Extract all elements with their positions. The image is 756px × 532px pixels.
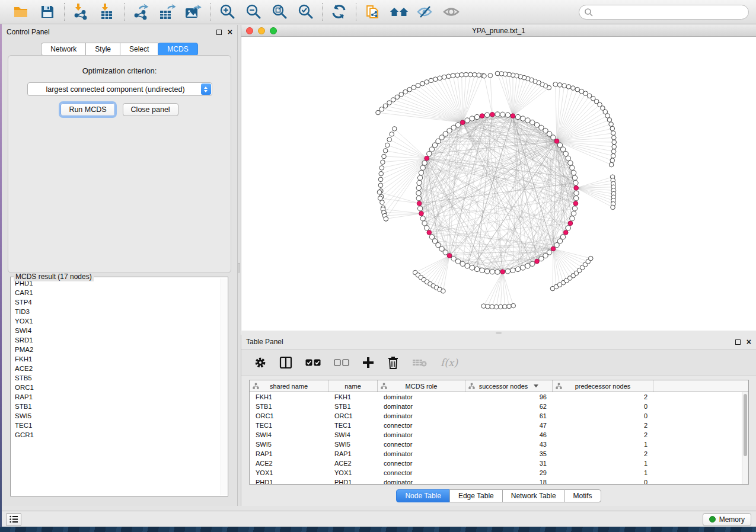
- zoom-in-icon[interactable]: [218, 3, 237, 21]
- table-row[interactable]: STB1STB1dominator620: [250, 402, 742, 411]
- table-row[interactable]: PHD1PHD1dominator180: [250, 477, 742, 484]
- tab-style[interactable]: Style: [85, 43, 120, 56]
- mcds-result-item[interactable]: TEC1: [11, 421, 220, 430]
- table-row[interactable]: YOX1YOX1connector291: [250, 468, 742, 477]
- table-cell: ORC1: [328, 411, 378, 421]
- table-cell: 35: [465, 449, 553, 459]
- mcds-result-item[interactable]: STP4: [11, 297, 220, 307]
- table-toolbar: f(x): [241, 349, 756, 376]
- table-cell: RAP1: [250, 449, 328, 459]
- open-file-icon[interactable]: [12, 3, 31, 21]
- mcds-result-list: PHD1CAR1STP4TID3YOX1SWI4SRD1PMA2FKH1ACE2…: [11, 278, 220, 495]
- mcds-result-item[interactable]: TID3: [11, 307, 220, 316]
- mcds-result-item[interactable]: ORC1: [11, 383, 220, 392]
- search-input[interactable]: [594, 7, 748, 18]
- deselect-all-icon[interactable]: [334, 359, 349, 367]
- control-panel-header: Control Panel ×: [2, 25, 237, 39]
- refresh-view-icon[interactable]: [330, 3, 349, 21]
- column-header-successor-nodes[interactable]: successor nodes: [465, 380, 553, 392]
- column-header-predecessor-nodes[interactable]: predecessor nodes: [553, 380, 653, 392]
- export-image-icon[interactable]: [184, 3, 203, 21]
- criterion-label: Optimization criterion:: [8, 66, 231, 75]
- mcds-result-item[interactable]: STB1: [11, 402, 220, 411]
- memory-label: Memory: [719, 515, 745, 524]
- control-panel: Control Panel × NetworkStyleSelectMCDS O…: [2, 25, 237, 506]
- table-row[interactable]: ACE2ACE2connector311: [250, 459, 742, 468]
- tab-motifs[interactable]: Motifs: [564, 489, 601, 502]
- mcds-result-item[interactable]: CAR1: [11, 288, 220, 297]
- show-all-icon[interactable]: [442, 3, 461, 21]
- tab-network-table[interactable]: Network Table: [502, 489, 565, 502]
- tab-edge-table[interactable]: Edge Table: [449, 489, 503, 502]
- table-row[interactable]: FKH1FKH1dominator962: [250, 392, 742, 402]
- mcds-result-item[interactable]: SRD1: [11, 335, 220, 345]
- table-scrollbar[interactable]: [742, 392, 748, 484]
- select-all-icon[interactable]: [305, 359, 321, 367]
- criterion-select[interactable]: largest connected component (undirected): [27, 82, 212, 96]
- node-table: shared namenameMCDS rolesuccessor nodesp…: [249, 380, 749, 485]
- table-settings-gear-icon[interactable]: [254, 357, 266, 368]
- table-cell: dominator: [378, 392, 465, 402]
- column-visibility-icon[interactable]: [279, 356, 292, 369]
- table-row[interactable]: ORC1ORC1dominator610: [250, 411, 742, 421]
- float-panel-icon[interactable]: [735, 339, 741, 345]
- mcds-result-item[interactable]: ACE2: [11, 364, 220, 373]
- table-row[interactable]: SWI4SWI4dominator462: [250, 430, 742, 440]
- tab-node-table[interactable]: Node Table: [396, 489, 450, 502]
- float-panel-icon[interactable]: [216, 30, 222, 35]
- splitter-handle[interactable]: [238, 263, 240, 273]
- memory-button[interactable]: Memory: [703, 513, 751, 526]
- network-view-window: YPA_prune.txt_1: [241, 25, 756, 331]
- table-row[interactable]: TEC1TEC1connector472: [250, 421, 742, 430]
- tab-mcds[interactable]: MCDS: [158, 43, 197, 56]
- add-column-icon[interactable]: [362, 357, 374, 368]
- splitter-handle[interactable]: [496, 332, 502, 334]
- column-header-MCDS-role[interactable]: MCDS role: [378, 380, 465, 392]
- table-body: FKH1FKH1dominator962STB1STB1dominator620…: [250, 392, 742, 484]
- table-cell: TEC1: [250, 421, 328, 430]
- table-row[interactable]: RAP1RAP1dominator352: [250, 449, 742, 459]
- mcds-result-item[interactable]: RAP1: [11, 392, 220, 402]
- mcds-result-item[interactable]: SWI5: [11, 411, 220, 421]
- table-header-row: shared namenameMCDS rolesuccessor nodesp…: [250, 380, 748, 392]
- close-panel-icon[interactable]: ×: [747, 339, 751, 345]
- mcds-result-item[interactable]: PMA2: [11, 345, 220, 354]
- save-session-icon[interactable]: [38, 3, 57, 21]
- tab-select[interactable]: Select: [120, 43, 158, 56]
- table-cell: SWI4: [328, 430, 378, 440]
- horizontal-splitter[interactable]: [241, 331, 756, 335]
- export-network-icon[interactable]: [132, 3, 151, 21]
- delete-rows-trash-icon[interactable]: [387, 356, 399, 369]
- tab-network[interactable]: Network: [41, 43, 86, 56]
- export-table-icon[interactable]: [158, 3, 177, 21]
- table-panel-title: Table Panel: [246, 338, 283, 346]
- table-row[interactable]: SWI5SWI5connector431: [250, 440, 742, 449]
- table-cell: 46: [465, 430, 553, 440]
- mcds-result-item[interactable]: SWI4: [11, 326, 220, 335]
- close-panel-icon[interactable]: ×: [228, 30, 232, 35]
- mcds-result-scrollbar[interactable]: [221, 278, 227, 495]
- mcds-result-item[interactable]: YOX1: [11, 316, 220, 326]
- table-cell: connector: [378, 421, 465, 430]
- hide-selected-icon[interactable]: [416, 3, 435, 21]
- table-cell: 1: [553, 468, 653, 477]
- column-header-shared-name[interactable]: shared name: [250, 380, 328, 392]
- mcds-result-item[interactable]: STB5: [11, 373, 220, 383]
- network-canvas[interactable]: [241, 37, 756, 330]
- close-panel-button[interactable]: Close panel: [123, 103, 178, 116]
- table-cell: connector: [378, 468, 465, 477]
- zoom-out-icon[interactable]: [244, 3, 263, 21]
- run-mcds-button[interactable]: Run MCDS: [60, 103, 114, 116]
- first-neighbors-icon[interactable]: [390, 3, 409, 21]
- task-history-button[interactable]: [6, 513, 21, 526]
- mcds-result-item[interactable]: GCR1: [11, 430, 220, 440]
- scrollbar-thumb[interactable]: [744, 394, 747, 456]
- zoom-fit-icon[interactable]: [270, 3, 289, 21]
- mcds-result-item[interactable]: FKH1: [11, 354, 220, 364]
- column-header-name[interactable]: name: [328, 380, 378, 392]
- zoom-selected-icon[interactable]: [296, 3, 315, 21]
- clone-network-icon[interactable]: [363, 3, 382, 21]
- column-label: successor nodes: [479, 383, 528, 390]
- import-table-icon[interactable]: [98, 3, 117, 21]
- import-network-icon[interactable]: [72, 3, 91, 21]
